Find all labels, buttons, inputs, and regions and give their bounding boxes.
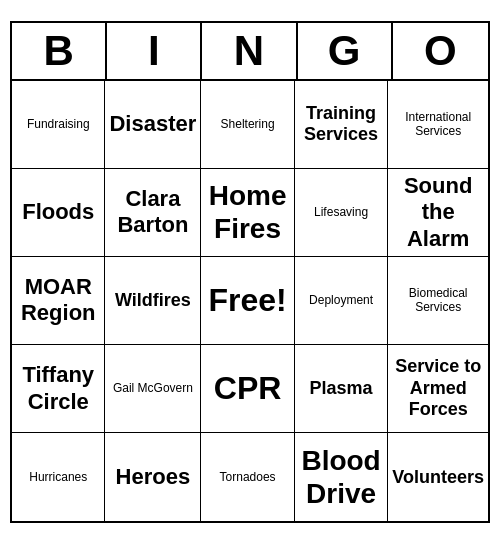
bingo-cell-9: Sound the Alarm <box>388 169 488 257</box>
bingo-header: BINGO <box>12 23 488 81</box>
bingo-grid: FundraisingDisasterShelteringTraining Se… <box>12 81 488 522</box>
header-letter: O <box>393 23 488 79</box>
header-letter: N <box>202 23 297 79</box>
bingo-cell-7: Home Fires <box>201 169 294 257</box>
bingo-card: BINGO FundraisingDisasterShelteringTrain… <box>10 21 490 524</box>
bingo-cell-12: Free! <box>201 257 294 345</box>
bingo-cell-0: Fundraising <box>12 81 105 169</box>
bingo-cell-2: Sheltering <box>201 81 294 169</box>
bingo-cell-18: Plasma <box>295 345 389 433</box>
header-letter: B <box>12 23 107 79</box>
bingo-cell-15: Tiffany Circle <box>12 345 105 433</box>
bingo-cell-3: Training Services <box>295 81 389 169</box>
bingo-cell-19: Service to Armed Forces <box>388 345 488 433</box>
bingo-cell-24: Volunteers <box>388 433 488 521</box>
bingo-cell-11: Wildfires <box>105 257 201 345</box>
bingo-cell-6: Clara Barton <box>105 169 201 257</box>
bingo-cell-10: MOAR Region <box>12 257 105 345</box>
bingo-cell-13: Deployment <box>295 257 389 345</box>
bingo-cell-8: Lifesaving <box>295 169 389 257</box>
bingo-cell-23: Blood Drive <box>295 433 389 521</box>
bingo-cell-14: Biomedical Services <box>388 257 488 345</box>
bingo-cell-21: Heroes <box>105 433 201 521</box>
bingo-cell-5: Floods <box>12 169 105 257</box>
bingo-cell-16: Gail McGovern <box>105 345 201 433</box>
header-letter: G <box>298 23 393 79</box>
bingo-cell-22: Tornadoes <box>201 433 294 521</box>
bingo-cell-1: Disaster <box>105 81 201 169</box>
bingo-cell-20: Hurricanes <box>12 433 105 521</box>
bingo-cell-17: CPR <box>201 345 294 433</box>
bingo-cell-4: International Services <box>388 81 488 169</box>
header-letter: I <box>107 23 202 79</box>
